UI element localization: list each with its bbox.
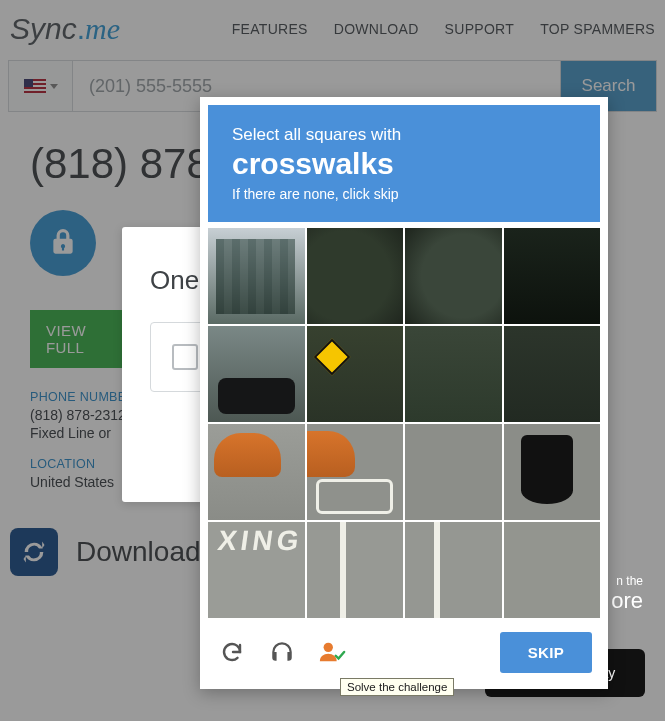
captcha-tile-3-0[interactable]	[208, 522, 305, 618]
headphones-icon	[269, 639, 295, 665]
captcha-tile-1-3[interactable]	[504, 326, 601, 422]
captcha-tile-1-0[interactable]	[208, 326, 305, 422]
svg-point-0	[324, 643, 333, 652]
captcha-tile-2-3[interactable]	[504, 424, 601, 520]
captcha-header: Select all squares with crosswalks If th…	[208, 105, 600, 222]
checkbox-icon	[172, 344, 198, 370]
captcha-tile-2-2[interactable]	[405, 424, 502, 520]
captcha-tile-3-3[interactable]	[504, 522, 601, 618]
captcha-tile-2-1[interactable]	[307, 424, 404, 520]
captcha-tile-0-2[interactable]	[405, 228, 502, 324]
captcha-footer: SKIP	[208, 618, 600, 681]
captcha-tile-1-2[interactable]	[405, 326, 502, 422]
captcha-skip-button[interactable]: SKIP	[500, 632, 592, 673]
reload-icon	[220, 640, 244, 664]
person-check-icon	[318, 640, 346, 664]
captcha-tile-3-2[interactable]	[405, 522, 502, 618]
captcha-tile-0-3[interactable]	[504, 228, 601, 324]
captcha-target-text: crosswalks	[232, 147, 576, 182]
captcha-reload-button[interactable]	[218, 638, 246, 666]
captcha-audio-button[interactable]	[268, 638, 296, 666]
captcha-lead-text: Select all squares with	[232, 125, 576, 145]
captcha-tile-2-0[interactable]	[208, 424, 305, 520]
captcha-help-button[interactable]	[318, 638, 346, 666]
appstore-badge-partial[interactable]: n the ore	[611, 574, 643, 614]
captcha-sub-text: If there are none, click skip	[232, 186, 576, 202]
captcha-panel: Select all squares with crosswalks If th…	[200, 97, 608, 689]
captcha-tile-0-1[interactable]	[307, 228, 404, 324]
captcha-tile-1-1[interactable]	[307, 326, 404, 422]
captcha-tile-0-0[interactable]	[208, 228, 305, 324]
captcha-grid	[208, 228, 600, 618]
captcha-tile-3-1[interactable]	[307, 522, 404, 618]
tooltip: Solve the challenge	[340, 678, 454, 696]
